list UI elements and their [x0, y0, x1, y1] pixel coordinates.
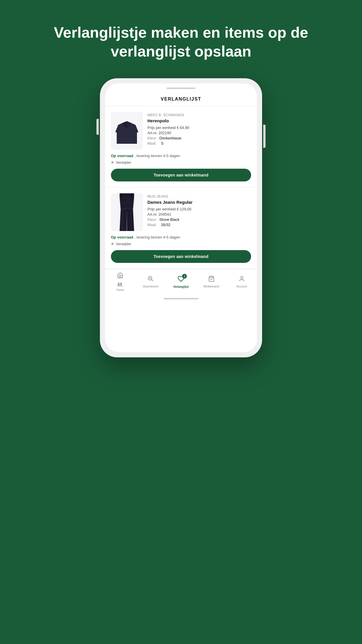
nav-label-home-text: Home [116, 288, 124, 292]
product-image-jeans [111, 193, 143, 231]
phone-notch [105, 83, 257, 91]
brand-2: MUD JEANS [147, 194, 251, 199]
nav-label-account: Account [237, 285, 247, 288]
person-icon [239, 276, 245, 284]
wishlist-header: VERLANGLIJST [105, 91, 257, 106]
price-2: Prijs per eenheid € 129,00 [147, 207, 251, 211]
phone-screen: VERLANGLIJST [105, 83, 257, 352]
product-name-1: Herenpolo [147, 118, 251, 123]
nav-label-verlanglijst: Verlanglijst [173, 285, 189, 288]
stock-2: Op voorraad , levering binnen 4-5 dagen [111, 235, 251, 239]
badge-verlanglijst: 2 [182, 274, 187, 279]
size-2: Maat 26/32 [147, 223, 251, 227]
nav-item-assortiment[interactable]: Assortiment [142, 276, 159, 288]
product-item-1: MERZ B. SCHWANEN Herenpolo Prijs per een… [105, 106, 257, 188]
remove-button-2[interactable]: ✕ Verwijder [111, 242, 251, 246]
bag-icon [208, 276, 215, 284]
svg-line-9 [151, 280, 153, 281]
nav-label-home: M. [117, 282, 123, 287]
phone-frame: VERLANGLIJST [100, 78, 262, 357]
page-title: Verlanglijstje maken en items op de verl… [0, 0, 362, 78]
product-row-2: MUD JEANS Dames Jeans Regular Prijs per … [111, 193, 251, 231]
size-1: Maat S [147, 141, 251, 145]
screen-content: VERLANGLIJST [105, 91, 257, 352]
product-row-1: MERZ B. SCHWANEN Herenpolo Prijs per een… [111, 112, 251, 150]
product-name-2: Dames Jeans Regular [147, 200, 251, 205]
brand-1: MERZ B. SCHWANEN [147, 113, 251, 117]
svg-rect-3 [131, 193, 133, 198]
x-icon-2: ✕ [111, 242, 114, 246]
nav-item-verlanglijst[interactable]: 2 Verlanglijst [172, 275, 190, 288]
svg-point-13 [241, 276, 243, 279]
home-bar [164, 298, 198, 299]
nav-item-home[interactable]: M. Home [111, 272, 129, 292]
article-1: Art.nr. 202190 [147, 131, 251, 135]
product-details-1: MERZ B. SCHWANEN Herenpolo Prijs per een… [147, 112, 251, 150]
svg-point-8 [148, 276, 152, 280]
product-item-2: MUD JEANS Dames Jeans Regular Prijs per … [105, 188, 257, 269]
phone-wrapper: VERLANGLIJST [0, 78, 362, 644]
nav-label-winkelmand: Winkelmand [203, 285, 219, 288]
stock-1: Op voorraad , levering binnen 4-5 dagen [111, 154, 251, 158]
nav-item-winkelmand[interactable]: Winkelmand [203, 276, 220, 288]
m-logo-icon: M. [117, 282, 123, 288]
nav-item-account[interactable]: Account [233, 276, 251, 288]
article-2: Art.nr. 204541 [147, 212, 251, 217]
remove-button-1[interactable]: ✕ Verwijder [111, 160, 251, 165]
svg-rect-2 [121, 193, 123, 198]
color-1: Kleur Donkerblauw [147, 136, 251, 140]
product-image-polo [111, 112, 143, 150]
x-icon-1: ✕ [111, 160, 114, 165]
home-indicator [105, 296, 257, 303]
search-icon [147, 276, 154, 284]
home-icon [117, 272, 123, 280]
product-details-2: MUD JEANS Dames Jeans Regular Prijs per … [147, 193, 251, 231]
add-to-cart-1[interactable]: Toevoegen aan winkelmand [111, 169, 251, 181]
add-to-cart-2[interactable]: Toevoegen aan winkelmand [111, 250, 251, 263]
color-2: Kleur Stone Black [147, 217, 251, 222]
notch-bar [167, 88, 195, 89]
bottom-nav: M. Home [105, 269, 257, 296]
price-1: Prijs per eenheid € 64,90 [147, 125, 251, 130]
heart-icon: 2 [178, 275, 184, 284]
nav-label-assortiment: Assortiment [143, 285, 158, 288]
